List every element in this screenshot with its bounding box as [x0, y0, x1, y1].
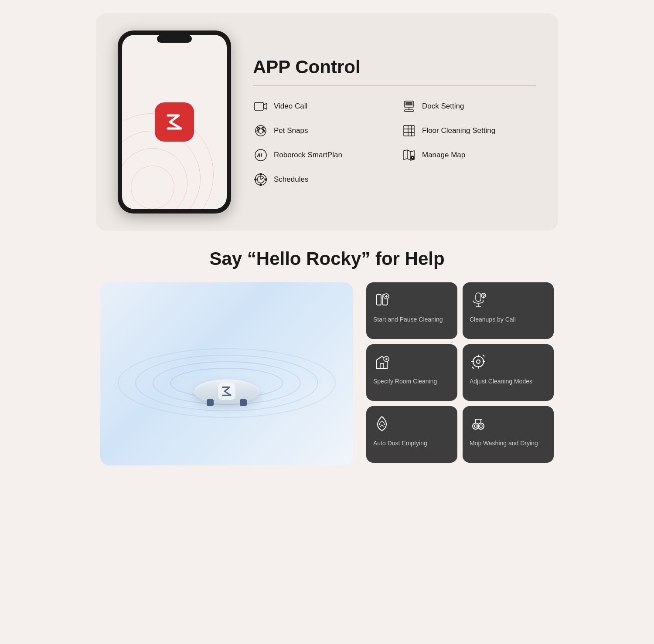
dock-setting-label: Dock Setting: [422, 102, 464, 111]
auto-dust-icon: [373, 415, 392, 434]
cleanups-call-label: Cleanups by Call: [470, 315, 516, 324]
feature-dock-setting: Dock Setting: [401, 98, 536, 114]
svg-rect-4: [406, 104, 412, 105]
video-call-label: Video Call: [274, 102, 307, 111]
svg-point-24: [412, 157, 413, 159]
features-grid: Video Call Dock Setting: [253, 98, 536, 187]
robot-waves: [100, 282, 353, 465]
svg-point-56: [474, 425, 477, 427]
svg-point-48: [477, 360, 480, 363]
manage-map-label: Manage Map: [422, 151, 465, 159]
schedules-icon: [253, 172, 269, 187]
adjust-modes-label: Adjust Cleaning Modes: [470, 377, 532, 386]
floor-cleaning-icon: [401, 123, 417, 139]
svg-rect-38: [476, 293, 481, 302]
mop-washing-icon: [470, 415, 489, 434]
svg-line-54: [472, 367, 474, 369]
svg-rect-43: [380, 363, 384, 369]
feature-schedules: Schedules: [253, 172, 388, 187]
smartplan-label: Roborock SmartPlan: [274, 151, 342, 159]
svg-rect-33: [377, 295, 381, 305]
svg-point-29: [260, 173, 262, 175]
manage-map-icon: [401, 147, 417, 163]
auto-dust-label: Auto Dust Emptying: [373, 439, 427, 448]
voice-card-cleanups-call: Cleanups by Call: [463, 282, 554, 339]
svg-point-58: [480, 425, 482, 427]
feature-floor-cleaning: Floor Cleaning Setting: [401, 123, 536, 139]
phone-mockup: [118, 31, 231, 214]
voice-card-auto-dust: Auto Dust Emptying: [366, 406, 457, 463]
smartplan-icon: AI: [253, 147, 269, 163]
start-pause-label: Start and Pause Cleaning: [373, 315, 443, 324]
svg-point-31: [255, 179, 256, 180]
phone-notch: [157, 35, 192, 43]
voice-grid: Start and Pause Cleaning Cleanups by Ca: [366, 282, 554, 463]
svg-text:AI: AI: [256, 153, 262, 159]
svg-point-8: [258, 128, 263, 133]
app-logo: [155, 102, 194, 142]
svg-line-53: [483, 355, 484, 356]
svg-point-10: [262, 127, 264, 129]
svg-point-12: [263, 130, 265, 132]
svg-point-32: [265, 179, 267, 180]
logo-icon: [164, 111, 185, 133]
sensor-right: [240, 399, 247, 406]
voice-card-start-pause: Start and Pause Cleaning: [366, 282, 457, 339]
phone-screen: [122, 35, 227, 209]
svg-point-47: [473, 356, 484, 367]
voice-section: Say “Hello Rocky” for Help: [96, 248, 558, 465]
title-divider: [253, 85, 536, 86]
voice-card-specify-room: Specify Room Cleaning: [366, 344, 457, 401]
voice-title: Say “Hello Rocky” for Help: [100, 248, 554, 269]
specify-room-label: Specify Room Cleaning: [373, 377, 437, 386]
svg-point-11: [257, 130, 259, 132]
svg-rect-3: [406, 102, 412, 103]
specify-room-icon: [373, 353, 392, 372]
svg-marker-1: [263, 103, 267, 109]
robot-image: [100, 282, 353, 465]
schedules-label: Schedules: [274, 175, 308, 184]
svg-rect-13: [404, 125, 414, 136]
svg-point-9: [258, 127, 260, 129]
phone-line-4: [131, 166, 174, 209]
feature-smartplan: AI Roborock SmartPlan: [253, 147, 388, 163]
adjust-modes-icon: [470, 353, 489, 372]
voice-content: Start and Pause Cleaning Cleanups by Ca: [100, 282, 554, 465]
app-control-title: APP Control: [253, 57, 536, 78]
cleanups-call-icon: [470, 291, 489, 310]
robot-logo: [218, 383, 235, 400]
sensor-left: [207, 399, 214, 406]
svg-rect-0: [255, 102, 263, 110]
svg-point-42: [483, 297, 484, 298]
floor-cleaning-label: Floor Cleaning Setting: [422, 126, 495, 135]
mop-washing-label: Mop Washing and Drying: [470, 439, 538, 448]
start-pause-icon: [373, 291, 392, 310]
pet-snaps-icon: [253, 123, 269, 139]
pet-snaps-label: Pet Snaps: [274, 126, 308, 135]
feature-pet-snaps: Pet Snaps: [253, 123, 388, 139]
feature-manage-map: Manage Map: [401, 147, 536, 163]
svg-rect-6: [405, 110, 413, 112]
app-info: APP Control Video Call: [253, 57, 536, 187]
voice-card-adjust-modes: Adjust Cleaning Modes: [463, 344, 554, 401]
video-call-icon: [253, 98, 269, 114]
robot-sensors: [207, 399, 247, 406]
app-control-section: APP Control Video Call: [96, 13, 558, 231]
voice-card-mop-washing: Mop Washing and Drying: [463, 406, 554, 463]
svg-point-30: [260, 184, 262, 186]
robot-body: [194, 380, 259, 403]
feature-video-call: Video Call: [253, 98, 388, 114]
dock-setting-icon: [401, 98, 417, 114]
